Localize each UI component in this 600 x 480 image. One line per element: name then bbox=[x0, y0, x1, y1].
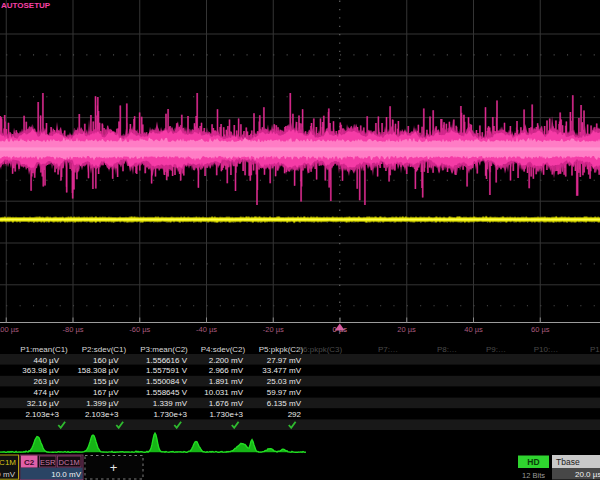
svg-text:1.556616 V: 1.556616 V bbox=[146, 356, 188, 365]
svg-text:32.16 µV: 32.16 µV bbox=[27, 399, 60, 408]
svg-text:160 µV: 160 µV bbox=[93, 356, 119, 365]
svg-text:6.135 mV: 6.135 mV bbox=[267, 399, 302, 408]
svg-text:167 µV: 167 µV bbox=[93, 388, 119, 397]
svg-text:292: 292 bbox=[288, 410, 302, 419]
svg-text:440 µV: 440 µV bbox=[33, 356, 59, 365]
svg-text:1.399 µV: 1.399 µV bbox=[86, 399, 119, 408]
svg-text:158.308 µV: 158.308 µV bbox=[77, 366, 119, 375]
svg-text:1.730e+3: 1.730e+3 bbox=[153, 410, 187, 419]
svg-text:20.0 µs: 20.0 µs bbox=[575, 470, 600, 479]
svg-text:-100 µs: -100 µs bbox=[0, 325, 19, 334]
svg-text:P1: P1 bbox=[590, 345, 600, 354]
svg-text:P1:mean(C1): P1:mean(C1) bbox=[20, 345, 68, 354]
svg-text:P6:pkpk(C3): P6:pkpk(C3) bbox=[298, 345, 343, 354]
svg-text:P8:…: P8:… bbox=[437, 345, 457, 354]
svg-text:P10:…: P10:… bbox=[534, 345, 558, 354]
svg-text:P2:sdev(C1): P2:sdev(C1) bbox=[82, 345, 127, 354]
svg-text:-20 µs: -20 µs bbox=[263, 325, 284, 334]
svg-text:P9:…: P9:… bbox=[486, 345, 506, 354]
svg-text:155 µV: 155 µV bbox=[93, 377, 119, 386]
svg-text:2.103e+3: 2.103e+3 bbox=[85, 410, 119, 419]
svg-text:20 µs: 20 µs bbox=[397, 325, 416, 334]
svg-text:10.031 mV: 10.031 mV bbox=[204, 388, 243, 397]
svg-text:40 µs: 40 µs bbox=[464, 325, 483, 334]
svg-text:363.98 µV: 363.98 µV bbox=[22, 366, 59, 375]
svg-text:25.03 mV: 25.03 mV bbox=[267, 377, 302, 386]
svg-text:10.0 mV: 10.0 mV bbox=[51, 470, 81, 479]
svg-text:2.200 mV: 2.200 mV bbox=[209, 356, 244, 365]
svg-text:1.891 mV: 1.891 mV bbox=[209, 377, 244, 386]
svg-text:474 µV: 474 µV bbox=[33, 388, 59, 397]
svg-text:12 Bits: 12 Bits bbox=[522, 471, 545, 480]
svg-text:-60 µs: -60 µs bbox=[129, 325, 150, 334]
svg-text:2.103e+3: 2.103e+3 bbox=[25, 410, 59, 419]
svg-text:1.730e+3: 1.730e+3 bbox=[209, 410, 243, 419]
svg-text:AUTOSETUP: AUTOSETUP bbox=[1, 1, 51, 10]
svg-text:0.0 mV: 0.0 mV bbox=[0, 470, 16, 479]
svg-text:27.97 mV: 27.97 mV bbox=[267, 356, 302, 365]
svg-text:1.339 mV: 1.339 mV bbox=[153, 399, 188, 408]
svg-text:59.97 mV: 59.97 mV bbox=[267, 388, 302, 397]
svg-text:Tbase: Tbase bbox=[556, 457, 580, 467]
svg-text:263 µV: 263 µV bbox=[33, 377, 59, 386]
svg-text:2.966 mV: 2.966 mV bbox=[209, 366, 244, 375]
svg-text:P3:mean(C2): P3:mean(C2) bbox=[140, 345, 188, 354]
svg-text:60 µs: 60 µs bbox=[531, 325, 550, 334]
svg-text:ESR: ESR bbox=[40, 458, 56, 467]
svg-text:P4:sdev(C2): P4:sdev(C2) bbox=[201, 345, 246, 354]
svg-text:0 µs: 0 µs bbox=[333, 325, 348, 334]
svg-text:1.558645 V: 1.558645 V bbox=[146, 388, 188, 397]
svg-text:1.557591 V: 1.557591 V bbox=[146, 366, 188, 375]
svg-text:DC1M: DC1M bbox=[0, 458, 16, 467]
svg-text:+: + bbox=[110, 460, 118, 475]
svg-text:HD: HD bbox=[527, 457, 539, 467]
svg-text:DC1M: DC1M bbox=[59, 458, 80, 467]
svg-text:1.676 mV: 1.676 mV bbox=[209, 399, 244, 408]
svg-text:P7:…: P7:… bbox=[378, 345, 398, 354]
svg-text:C2: C2 bbox=[24, 458, 35, 467]
svg-text:33.477 mV: 33.477 mV bbox=[262, 366, 301, 375]
svg-text:1.550084 V: 1.550084 V bbox=[146, 377, 188, 386]
svg-text:-80 µs: -80 µs bbox=[63, 325, 84, 334]
svg-text:-40 µs: -40 µs bbox=[196, 325, 217, 334]
